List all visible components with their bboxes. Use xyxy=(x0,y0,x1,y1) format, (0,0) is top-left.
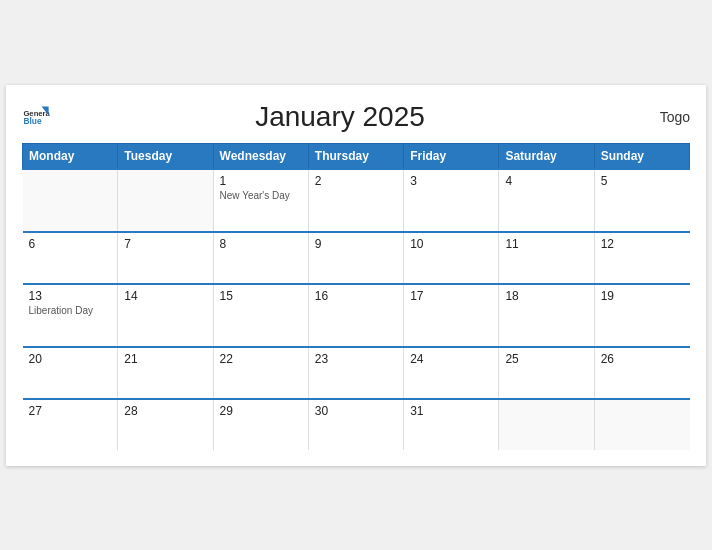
day-cell: 19 xyxy=(594,284,689,347)
date-number: 15 xyxy=(220,289,302,303)
col-monday: Monday xyxy=(23,143,118,169)
day-cell: 6 xyxy=(23,232,118,284)
date-number: 22 xyxy=(220,352,302,366)
day-cell: 21 xyxy=(118,347,213,399)
date-number: 20 xyxy=(29,352,112,366)
date-number: 9 xyxy=(315,237,397,251)
col-tuesday: Tuesday xyxy=(118,143,213,169)
date-number: 17 xyxy=(410,289,492,303)
day-cell: 3 xyxy=(404,169,499,232)
day-cell: 16 xyxy=(308,284,403,347)
col-friday: Friday xyxy=(404,143,499,169)
day-cell: 29 xyxy=(213,399,308,450)
day-cell xyxy=(499,399,594,450)
calendar-table: Monday Tuesday Wednesday Thursday Friday… xyxy=(22,143,690,450)
date-number: 16 xyxy=(315,289,397,303)
day-cell: 14 xyxy=(118,284,213,347)
date-number: 8 xyxy=(220,237,302,251)
day-cell: 25 xyxy=(499,347,594,399)
week-row-4: 20212223242526 xyxy=(23,347,690,399)
date-number: 18 xyxy=(505,289,587,303)
date-number: 11 xyxy=(505,237,587,251)
logo: General Blue xyxy=(22,103,50,131)
date-number: 30 xyxy=(315,404,397,418)
day-cell: 13Liberation Day xyxy=(23,284,118,347)
date-number: 5 xyxy=(601,174,684,188)
country-label: Togo xyxy=(630,109,690,125)
day-cell: 8 xyxy=(213,232,308,284)
week-row-2: 6789101112 xyxy=(23,232,690,284)
holiday-label: New Year's Day xyxy=(220,190,302,201)
date-number: 28 xyxy=(124,404,206,418)
date-number: 13 xyxy=(29,289,112,303)
day-cell xyxy=(594,399,689,450)
logo-icon: General Blue xyxy=(22,103,50,131)
date-number: 24 xyxy=(410,352,492,366)
day-cell: 27 xyxy=(23,399,118,450)
day-cell xyxy=(23,169,118,232)
date-number: 6 xyxy=(29,237,112,251)
col-sunday: Sunday xyxy=(594,143,689,169)
date-number: 21 xyxy=(124,352,206,366)
day-cell: 1New Year's Day xyxy=(213,169,308,232)
week-row-1: 1New Year's Day2345 xyxy=(23,169,690,232)
day-cell: 23 xyxy=(308,347,403,399)
col-saturday: Saturday xyxy=(499,143,594,169)
day-cell: 10 xyxy=(404,232,499,284)
date-number: 26 xyxy=(601,352,684,366)
col-wednesday: Wednesday xyxy=(213,143,308,169)
date-number: 31 xyxy=(410,404,492,418)
date-number: 3 xyxy=(410,174,492,188)
day-cell: 31 xyxy=(404,399,499,450)
date-number: 27 xyxy=(29,404,112,418)
day-cell: 28 xyxy=(118,399,213,450)
day-cell: 11 xyxy=(499,232,594,284)
day-cell: 4 xyxy=(499,169,594,232)
day-cell: 7 xyxy=(118,232,213,284)
date-number: 2 xyxy=(315,174,397,188)
date-number: 4 xyxy=(505,174,587,188)
date-number: 10 xyxy=(410,237,492,251)
calendar-container: General Blue January 2025 Togo Monday Tu… xyxy=(6,85,706,466)
date-number: 29 xyxy=(220,404,302,418)
day-cell: 2 xyxy=(308,169,403,232)
week-row-3: 13Liberation Day141516171819 xyxy=(23,284,690,347)
day-cell: 26 xyxy=(594,347,689,399)
calendar-title: January 2025 xyxy=(50,101,630,133)
col-thursday: Thursday xyxy=(308,143,403,169)
day-cell: 9 xyxy=(308,232,403,284)
date-number: 1 xyxy=(220,174,302,188)
date-number: 19 xyxy=(601,289,684,303)
day-cell: 17 xyxy=(404,284,499,347)
day-cell xyxy=(118,169,213,232)
week-row-5: 2728293031 xyxy=(23,399,690,450)
day-cell: 22 xyxy=(213,347,308,399)
date-number: 12 xyxy=(601,237,684,251)
date-number: 23 xyxy=(315,352,397,366)
date-number: 7 xyxy=(124,237,206,251)
weekday-header-row: Monday Tuesday Wednesday Thursday Friday… xyxy=(23,143,690,169)
day-cell: 30 xyxy=(308,399,403,450)
day-cell: 24 xyxy=(404,347,499,399)
day-cell: 15 xyxy=(213,284,308,347)
day-cell: 5 xyxy=(594,169,689,232)
day-cell: 18 xyxy=(499,284,594,347)
date-number: 14 xyxy=(124,289,206,303)
day-cell: 20 xyxy=(23,347,118,399)
holiday-label: Liberation Day xyxy=(29,305,112,316)
calendar-header: General Blue January 2025 Togo xyxy=(22,101,690,133)
day-cell: 12 xyxy=(594,232,689,284)
svg-text:Blue: Blue xyxy=(23,116,41,126)
date-number: 25 xyxy=(505,352,587,366)
